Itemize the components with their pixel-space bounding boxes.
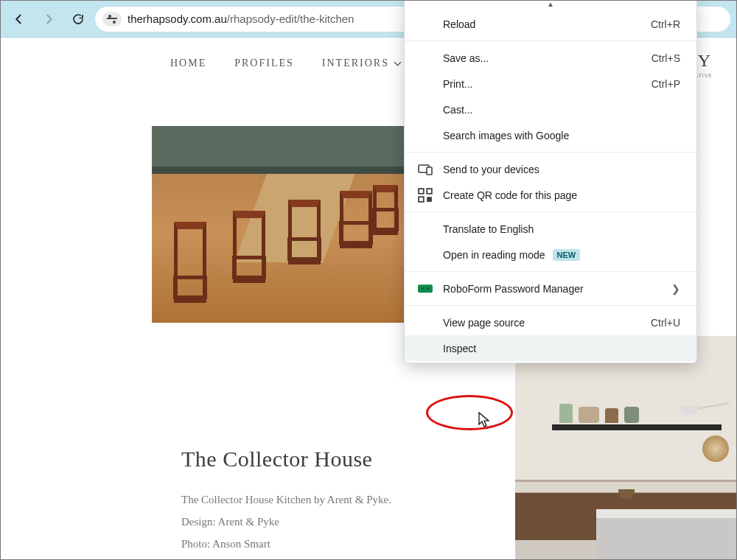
svg-rect-7 (419, 197, 424, 202)
menu-scroll-up-icon[interactable]: ▲ (405, 1, 696, 11)
ctx-shortcut: Ctrl+P (652, 78, 680, 90)
article-line: Styling: Steve Cordony (181, 557, 391, 560)
site-info-icon[interactable] (102, 12, 122, 27)
ctx-label: Print... (443, 78, 472, 90)
ctx-label: Send to your devices (443, 164, 539, 175)
ctx-send-to-devices[interactable]: Send to your devices (405, 156, 696, 182)
nav-home[interactable]: HOME (170, 57, 206, 69)
svg-point-1 (108, 15, 111, 18)
nav-profiles[interactable]: PROFILES (234, 57, 294, 69)
hero-image (152, 126, 413, 323)
ctx-print[interactable]: Print...Ctrl+P (405, 71, 696, 97)
article-title: The Collector House (181, 447, 391, 472)
ctx-shortcut: Ctrl+U (651, 317, 680, 329)
ctx-label: Search images with Google (443, 130, 569, 141)
ctx-label: Save as... (443, 52, 489, 64)
context-menu: ▲ ReloadCtrl+R Save as...Ctrl+S Print...… (404, 0, 697, 363)
new-badge: NEW (553, 249, 581, 261)
svg-rect-0 (107, 18, 117, 19)
ctx-inspect[interactable]: Inspect (405, 335, 696, 361)
qr-icon (418, 189, 433, 202)
article-body: The Collector House The Collector House … (181, 447, 391, 560)
article-line: Design: Arent & Pyke (181, 513, 391, 531)
ctx-label: RoboForm Password Manager (443, 283, 584, 295)
ctx-translate[interactable]: Translate to English (405, 216, 696, 242)
url-path: /rhapsody-edit/the-kitchen (227, 13, 354, 25)
ctx-separator (405, 41, 696, 41)
reload-icon (71, 13, 85, 26)
ctx-separator (405, 271, 696, 272)
svg-rect-6 (427, 189, 432, 194)
ctx-label: Open in reading mode (443, 249, 545, 261)
ctx-label: View page source (443, 317, 525, 329)
ctx-shortcut: Ctrl+S (652, 52, 680, 64)
ctx-view-source[interactable]: View page sourceCtrl+U (405, 309, 696, 335)
svg-rect-5 (419, 189, 424, 194)
url-text: therhapsody.com.au/rhapsody-edit/the-kit… (128, 13, 354, 25)
ctx-cast[interactable]: Cast... (405, 97, 696, 122)
svg-rect-8 (427, 197, 432, 202)
ctx-separator (405, 211, 696, 212)
ctx-reload[interactable]: ReloadCtrl+R (405, 11, 696, 37)
ctx-label: Inspect (443, 343, 476, 354)
devices-icon (418, 163, 433, 176)
roboform-icon (418, 282, 433, 295)
ctx-label: Translate to English (443, 223, 534, 235)
ctx-label: Create QR code for this page (443, 189, 577, 201)
chevron-down-icon (394, 60, 402, 68)
ctx-qr-code[interactable]: Create QR code for this page (405, 182, 696, 208)
ctx-label: Reload (443, 18, 475, 30)
ctx-separator (405, 152, 696, 153)
ctx-shortcut: Ctrl+R (651, 18, 680, 30)
back-button[interactable] (7, 7, 32, 32)
svg-point-11 (427, 287, 430, 290)
ctx-separator (405, 305, 696, 306)
chevron-right-icon: ❯ (671, 283, 680, 295)
secondary-image (515, 336, 736, 560)
svg-point-2 (113, 21, 116, 24)
ctx-save-as[interactable]: Save as...Ctrl+S (405, 45, 696, 71)
svg-rect-9 (418, 284, 433, 293)
ctx-roboform[interactable]: RoboForm Password Manager❯ (405, 276, 696, 301)
ctx-label: Cast... (443, 104, 472, 116)
forward-button[interactable] (36, 7, 61, 32)
arrow-left-icon (13, 13, 26, 26)
ctx-reading-mode[interactable]: Open in reading modeNEW (405, 242, 696, 267)
svg-point-10 (422, 287, 425, 290)
svg-rect-4 (427, 167, 432, 175)
url-host: therhapsody.com.au (128, 13, 227, 25)
article-line: Photo: Anson Smart (181, 535, 391, 553)
article-line: The Collector House Kitchen by Arent & P… (181, 491, 391, 508)
ctx-search-images[interactable]: Search images with Google (405, 122, 696, 148)
nav-interiors[interactable]: INTERIORS (322, 57, 402, 69)
arrow-right-icon (42, 13, 55, 26)
nav-interiors-label: INTERIORS (322, 57, 389, 69)
reload-button[interactable] (66, 7, 91, 32)
